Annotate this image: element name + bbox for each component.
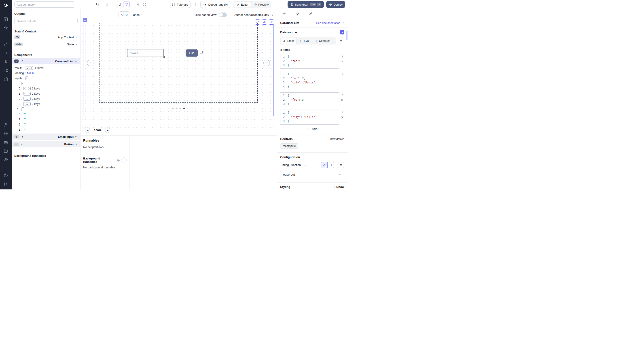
- hide-bar-toggle[interactable]: [219, 12, 227, 17]
- carousel-prev-button[interactable]: [87, 60, 94, 66]
- sidebar-item-folders[interactable]: [2, 147, 10, 155]
- save-draft-button[interactable]: Save draft Ctrl S: [288, 1, 324, 8]
- output-tree-row[interactable]: 0:{..}2 keys: [14, 86, 78, 91]
- sidebar-item-audit-logs[interactable]: [2, 156, 10, 164]
- preview-tab[interactable]: Preview: [251, 2, 271, 8]
- show-details-button[interactable]: Show details: [328, 138, 344, 141]
- tree-expand-toggle[interactable]: -: [21, 107, 24, 111]
- add-item-button[interactable]: Add: [307, 127, 317, 130]
- sidebar-item-collapse-sidebar[interactable]: [2, 180, 10, 188]
- sidebar-item-schedules[interactable]: [2, 75, 10, 83]
- carousel-drop-zone[interactable]: [99, 23, 258, 103]
- carousel-dot[interactable]: [183, 108, 185, 109]
- tree-expand-toggle[interactable]: {..}: [23, 92, 30, 96]
- debug-runs-button[interactable]: Debug runs (0): [200, 1, 230, 8]
- timing-connect-button[interactable]: [338, 162, 344, 168]
- sidebar-item-variables[interactable]: [2, 58, 10, 66]
- delete-item-button[interactable]: [341, 99, 344, 101]
- output-tree-row[interactable]: loading:false: [14, 70, 78, 76]
- undo-button[interactable]: [94, 2, 100, 8]
- editor-tab[interactable]: Editor: [234, 2, 251, 8]
- json-editor[interactable]: 123{ "city": "Lille"}: [280, 110, 339, 124]
- drag-handle-icon[interactable]: [341, 72, 344, 75]
- timing-eval-button[interactable]: [328, 162, 334, 168]
- tab-insert-component[interactable]: [280, 9, 288, 18]
- scrollbar-thumb[interactable]: [346, 30, 348, 40]
- mobile-view-button[interactable]: [116, 2, 123, 8]
- output-tree-row[interactable]: 2:"": [14, 122, 78, 127]
- email-input[interactable]: [127, 49, 164, 57]
- search-outputs-input[interactable]: [14, 18, 78, 24]
- sidebar-item-resources[interactable]: [2, 66, 10, 74]
- tree-expand-toggle[interactable]: [...]: [24, 66, 33, 70]
- recompute-button[interactable]: recompute: [280, 143, 298, 149]
- mode-eval-button[interactable]: Eval: [297, 38, 312, 44]
- tab-component-settings[interactable]: [294, 9, 302, 18]
- lille-button[interactable]: Lille: [186, 50, 198, 56]
- deploy-button[interactable]: Deploy: [326, 1, 345, 8]
- sidebar-item-home[interactable]: [2, 40, 10, 48]
- output-tree-row[interactable]: b:-: [14, 106, 78, 112]
- drag-handle-icon[interactable]: [341, 94, 344, 96]
- sidebar-item-settings[interactable]: [2, 130, 10, 138]
- tutorials-button[interactable]: Tutorials: [169, 1, 190, 8]
- carousel-dot[interactable]: [180, 108, 181, 109]
- more-menu-button[interactable]: [192, 2, 198, 8]
- refresh-count-button[interactable]: 0: [118, 12, 130, 18]
- timing-static-button[interactable]: [321, 162, 328, 168]
- resize-handle[interactable]: [272, 114, 274, 116]
- anchor-component-button[interactable]: [262, 20, 267, 24]
- output-tree-row[interactable]: c:-: [14, 81, 78, 86]
- carousel-dot[interactable]: [176, 108, 178, 109]
- info-icon[interactable]: [117, 159, 120, 162]
- center-content-button[interactable]: [134, 2, 141, 8]
- styling-show-button[interactable]: Show: [332, 185, 344, 188]
- component-row-carousel[interactable]: a Carousel List: [12, 58, 80, 64]
- mode-static-button[interactable]: Static: [281, 38, 297, 44]
- output-tree-row[interactable]: 2:{..}2 keys: [14, 96, 78, 101]
- output-tree-row[interactable]: 0:"": [14, 112, 78, 117]
- move-component-button[interactable]: [269, 20, 274, 24]
- state-output-row[interactable]: state State: [14, 41, 78, 48]
- zoom-in-button[interactable]: +: [105, 128, 110, 133]
- drag-handle-icon[interactable]: [341, 55, 344, 58]
- redo-button[interactable]: [104, 2, 110, 8]
- component-row-button[interactable]: c Button: [12, 141, 80, 148]
- sidebar-item-workers[interactable]: [2, 138, 10, 146]
- carousel-next-button[interactable]: [264, 60, 270, 66]
- sidebar-item-help[interactable]: [2, 171, 10, 179]
- sidebar-item-favorites[interactable]: [2, 24, 10, 32]
- json-editor[interactable]: 1234{ "foo": 2, "city": "Paris"}: [280, 71, 339, 90]
- output-tree-row[interactable]: 1:{..}2 keys: [14, 91, 78, 96]
- info-icon[interactable]: [270, 14, 273, 16]
- sidebar-item-user[interactable]: [2, 121, 10, 129]
- sidebar-item-apps[interactable]: [2, 15, 10, 23]
- delete-item-button[interactable]: [341, 77, 344, 80]
- rename-component-icon[interactable]: [20, 60, 24, 62]
- mode-compute-button[interactable]: Compute: [312, 38, 333, 44]
- drag-handle-icon[interactable]: [341, 111, 344, 114]
- tree-expand-toggle[interactable]: -: [21, 82, 24, 85]
- json-editor[interactable]: 123{ "foo": 3}: [280, 92, 339, 107]
- tree-expand-toggle[interactable]: -: [25, 76, 28, 80]
- selected-carousel-component[interactable]: a Lille: [83, 22, 274, 116]
- output-tree-row[interactable]: 3:{..}2 keys: [14, 101, 78, 106]
- timing-function-select[interactable]: ease-out: [280, 171, 344, 178]
- tab-styling[interactable]: [307, 9, 315, 18]
- add-background-runnable-button[interactable]: [121, 158, 126, 163]
- zoom-out-button[interactable]: −: [85, 128, 90, 133]
- json-editor[interactable]: 123{ "foo": 1}: [280, 54, 339, 69]
- tree-expand-toggle[interactable]: {..}: [23, 87, 30, 90]
- app-summary-input[interactable]: [14, 1, 75, 8]
- delete-item-button[interactable]: [341, 116, 344, 118]
- info-icon[interactable]: [304, 164, 306, 166]
- desktop-view-button[interactable]: [123, 2, 130, 8]
- output-tree-row[interactable]: result:[...]4 items: [14, 65, 78, 70]
- sidebar-item-runs[interactable]: [2, 49, 10, 57]
- output-tree-row[interactable]: 3:"": [14, 127, 78, 132]
- output-tree-row[interactable]: inputs:-: [14, 76, 78, 81]
- tree-expand-toggle[interactable]: {..}: [23, 97, 30, 101]
- see-documentation-link[interactable]: See documentation: [316, 22, 344, 24]
- expand-content-button[interactable]: [141, 2, 148, 8]
- carousel-dot[interactable]: [172, 108, 174, 109]
